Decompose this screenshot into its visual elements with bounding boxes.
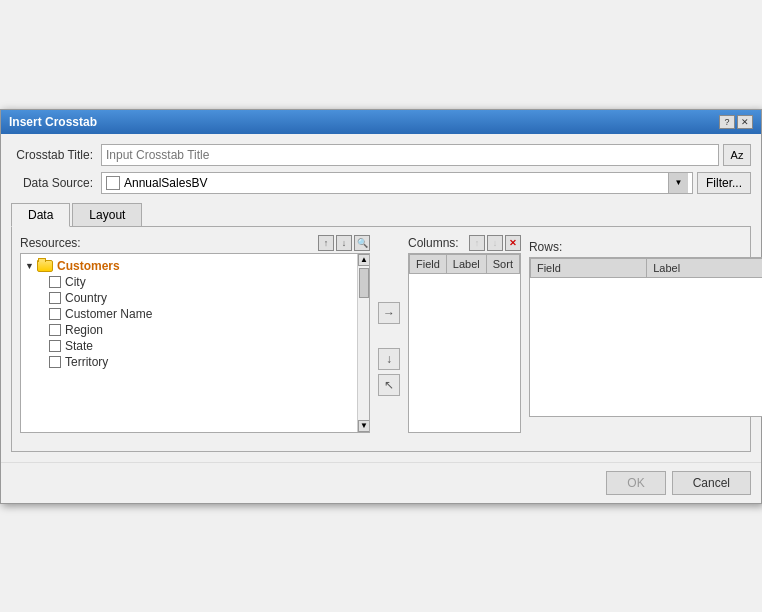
rows-header: Rows: ↑ ↓ ✕ [529,239,762,255]
tab-layout[interactable]: Layout [72,203,142,227]
tabs: Data Layout [11,202,751,226]
dialog-footer: OK Cancel [1,462,761,503]
resources-scrollbar[interactable]: ▲ ▼ [357,254,369,432]
tree-item-customer-name[interactable]: Customer Name [49,306,353,322]
crosstab-title-input[interactable] [101,144,719,166]
ok-button[interactable]: OK [606,471,665,495]
mid-arrows-area: → ↓ ↖ [374,235,404,443]
city-label: City [65,275,86,289]
filter-button[interactable]: Filter... [697,172,751,194]
customer-name-label: Customer Name [65,307,152,321]
region-checkbox[interactable] [49,324,61,336]
rows-grid: Field Label Sort [529,257,762,417]
resources-header: Resources: ↑ ↓ 🔍 [20,235,370,251]
data-source-label: Data Source: [11,176,101,190]
crosstab-title-label: Crosstab Title: [11,148,101,162]
sort-down-button[interactable]: ↓ [336,235,352,251]
region-label: Region [65,323,103,337]
rows-label: Rows: [529,240,562,254]
help-button[interactable]: ? [719,115,735,129]
title-bar-controls: ? ✕ [719,115,753,129]
tree-expand-arrow: ▼ [25,261,37,271]
columns-up-button[interactable]: ↑ [469,235,485,251]
add-to-columns-button[interactable]: → [378,302,400,324]
tree-item-region[interactable]: Region [49,322,353,338]
customers-label: Customers [57,259,120,273]
datasource-icon [106,176,120,190]
crosstab-title-row: Crosstab Title: Az [11,144,751,166]
resources-label: Resources: [20,236,81,250]
folder-icon [37,260,53,272]
resources-tree-content: ▼ Customers City [21,254,357,432]
data-source-row: Data Source: AnnualSalesBV ▼ Filter... [11,172,751,194]
tree-item-country[interactable]: Country [49,290,353,306]
columns-close-button[interactable]: ✕ [505,235,521,251]
data-source-value: AnnualSalesBV [106,176,668,190]
data-source-select[interactable]: AnnualSalesBV ▼ [101,172,693,194]
tab-data[interactable]: Data [11,203,70,227]
columns-table: Field Label Sort [409,254,520,274]
state-checkbox[interactable] [49,340,61,352]
title-bar: Insert Crosstab ? ✕ [1,110,761,134]
country-label: Country [65,291,107,305]
territory-label: Territory [65,355,108,369]
rows-field-header: Field [530,258,646,277]
dialog-title: Insert Crosstab [9,115,97,129]
tree-item-customers[interactable]: ▼ Customers [25,258,353,274]
state-label: State [65,339,93,353]
rows-table: Field Label Sort [530,258,762,278]
scroll-down-button[interactable]: ▼ [358,420,370,432]
move-upleft-button[interactable]: ↖ [378,374,400,396]
cancel-button[interactable]: Cancel [672,471,751,495]
sort-up-button[interactable]: ↑ [318,235,334,251]
close-button[interactable]: ✕ [737,115,753,129]
columns-header: Columns: ↑ ↓ ✕ [408,235,521,251]
rows-label-header: Label [647,258,762,277]
scroll-up-button[interactable]: ▲ [358,254,370,266]
country-checkbox[interactable] [49,292,61,304]
rows-panel: Rows: ↑ ↓ ✕ Field Label [529,239,762,443]
customer-name-checkbox[interactable] [49,308,61,320]
columns-label-header: Label [446,254,486,273]
tree-item-territory[interactable]: Territory [49,354,353,370]
resources-tree-wrapper: ▼ Customers City [20,253,370,433]
city-checkbox[interactable] [49,276,61,288]
territory-checkbox[interactable] [49,356,61,368]
resources-panel: Resources: ↑ ↓ 🔍 ▼ [20,235,370,443]
insert-crosstab-dialog: Insert Crosstab ? ✕ Crosstab Title: Az D… [0,109,762,504]
dialog-content: Crosstab Title: Az Data Source: AnnualSa… [1,134,761,462]
az-button[interactable]: Az [723,144,751,166]
tree-item-city[interactable]: City [49,274,353,290]
tree-children: City Country Customer Name [49,274,353,370]
scroll-thumb[interactable] [359,268,369,298]
move-down-button[interactable]: ↓ [378,348,400,370]
resources-controls: ↑ ↓ 🔍 [318,235,370,251]
columns-panel: Columns: ↑ ↓ ✕ Field Label [408,235,521,443]
columns-down-button[interactable]: ↓ [487,235,503,251]
top-section: Resources: ↑ ↓ 🔍 ▼ [20,235,521,443]
columns-controls: ↑ ↓ ✕ [469,235,521,251]
datasource-text: AnnualSalesBV [124,176,207,190]
tree-item-state[interactable]: State [49,338,353,354]
columns-sort-header: Sort [486,254,519,273]
search-button[interactable]: 🔍 [354,235,370,251]
datasource-dropdown-arrow[interactable]: ▼ [668,173,688,193]
bottom-section: Rows: ↑ ↓ ✕ Field Label [529,239,762,443]
columns-field-header: Field [410,254,447,273]
columns-grid: Field Label Sort [408,253,521,433]
main-area: Resources: ↑ ↓ 🔍 ▼ [11,226,751,452]
columns-label: Columns: [408,236,459,250]
